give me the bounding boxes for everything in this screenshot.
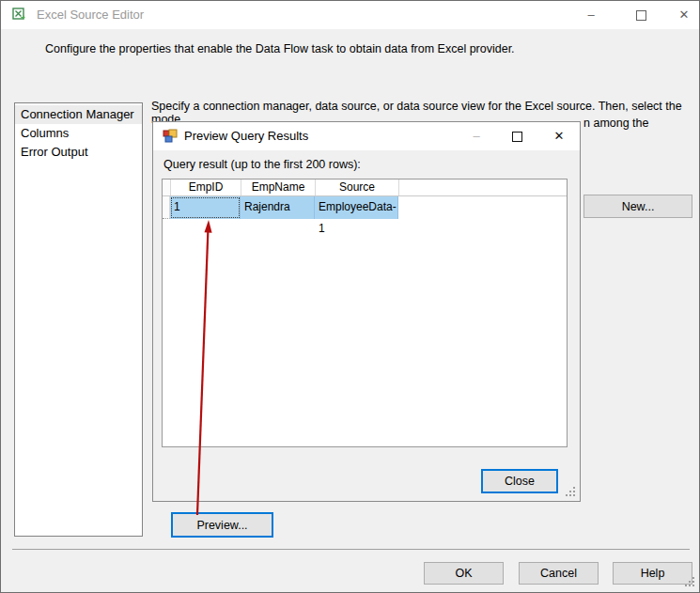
pages-list: Connection Manager Columns Error Output bbox=[14, 102, 143, 537]
row-header-stub bbox=[163, 179, 171, 195]
column-header-source[interactable]: Source bbox=[316, 179, 399, 195]
dialog-description: Configure the properties that enable the… bbox=[45, 42, 515, 55]
cancel-button[interactable]: Cancel bbox=[519, 562, 599, 585]
maximize-icon bbox=[636, 10, 646, 21]
cell-empname[interactable]: Rajendra bbox=[241, 196, 315, 219]
window-resize-grip[interactable] bbox=[685, 577, 696, 588]
modal-maximize-button[interactable] bbox=[502, 122, 532, 150]
minimize-icon: – bbox=[587, 8, 594, 22]
column-header-empid[interactable]: EmpID bbox=[171, 179, 241, 195]
close-button[interactable]: ✕ bbox=[669, 1, 699, 29]
grid-header-row: EmpID EmpName Source bbox=[163, 179, 567, 196]
modal-title: Preview Query Results bbox=[184, 122, 308, 150]
help-button[interactable]: Help bbox=[613, 562, 692, 585]
cell-empid[interactable]: 1 bbox=[170, 196, 241, 219]
modal-resize-grip[interactable] bbox=[566, 487, 577, 498]
modal-maximize-icon bbox=[512, 132, 522, 142]
connection-spec-text-fragment: n among the bbox=[583, 117, 649, 130]
modal-minimize-button[interactable]: – bbox=[461, 122, 491, 150]
preview-query-results-dialog: Preview Query Results – ✕ Query result (… bbox=[152, 121, 581, 502]
table-row[interactable]: 1 Rajendra EmployeeData-1 bbox=[163, 196, 567, 219]
modal-minimize-icon: – bbox=[473, 129, 479, 143]
sidebar-item-error-output[interactable]: Error Output bbox=[15, 143, 142, 162]
modal-close-button[interactable]: ✕ bbox=[544, 122, 574, 150]
sidebar-item-connection-manager[interactable]: Connection Manager bbox=[15, 105, 142, 124]
ok-button[interactable]: OK bbox=[424, 562, 504, 585]
minimize-button[interactable]: – bbox=[576, 1, 606, 29]
column-header-empname[interactable]: EmpName bbox=[241, 179, 316, 195]
cell-source[interactable]: EmployeeData-1 bbox=[315, 196, 398, 219]
excel-source-icon bbox=[12, 8, 27, 23]
close-icon: ✕ bbox=[679, 8, 690, 22]
row-header-cell bbox=[163, 196, 170, 219]
maximize-button[interactable] bbox=[626, 1, 656, 29]
sidebar-item-columns[interactable]: Columns bbox=[15, 124, 142, 143]
form-icon bbox=[163, 129, 178, 144]
query-result-label: Query result (up to the first 200 rows): bbox=[163, 158, 361, 171]
footer-separator bbox=[12, 549, 690, 550]
main-titlebar: Excel Source Editor – ✕ bbox=[1, 1, 699, 29]
modal-close-icon: ✕ bbox=[554, 129, 565, 143]
new-button[interactable]: New... bbox=[583, 195, 692, 218]
window-title: Excel Source Editor bbox=[37, 1, 144, 29]
query-results-grid[interactable]: EmpID EmpName Source 1 Rajendra Employee… bbox=[162, 179, 568, 447]
preview-button[interactable]: Preview... bbox=[171, 512, 273, 538]
modal-titlebar: Preview Query Results – ✕ bbox=[153, 122, 580, 150]
close-dialog-button[interactable]: Close bbox=[481, 469, 558, 493]
excel-source-editor-window: Excel Source Editor – ✕ Configure the pr… bbox=[0, 0, 700, 593]
